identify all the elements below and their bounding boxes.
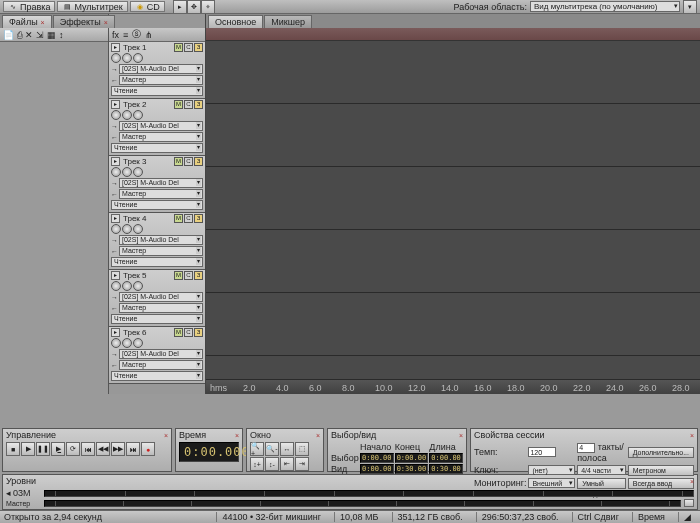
- status-time-mode[interactable]: Время: [632, 512, 670, 522]
- arm-button[interactable]: З: [194, 43, 203, 52]
- stop-button[interactable]: ■: [6, 442, 20, 456]
- solo-button[interactable]: C: [184, 43, 193, 52]
- play-loop-button[interactable]: ▶̲: [51, 442, 65, 456]
- output-select[interactable]: Мастер: [119, 75, 203, 85]
- track-name[interactable]: Трек 1: [121, 43, 173, 52]
- solo-button[interactable]: C: [184, 328, 193, 337]
- output-select[interactable]: Мастер: [119, 189, 203, 199]
- close-icon[interactable]: ×: [104, 19, 108, 26]
- pan-knob[interactable]: [122, 224, 132, 234]
- volume-knob[interactable]: [111, 167, 121, 177]
- hybrid-tool-button[interactable]: ⌖: [201, 0, 215, 14]
- loop-button[interactable]: ⟳: [66, 442, 80, 456]
- time-display[interactable]: 0:00.000: [179, 442, 239, 462]
- automation-icon[interactable]: ⋔: [145, 30, 153, 40]
- arm-button[interactable]: З: [194, 328, 203, 337]
- key-combo[interactable]: (нет): [528, 465, 575, 475]
- automation-mode-select[interactable]: Чтение: [111, 143, 203, 153]
- monitor-combo[interactable]: Внешний: [528, 478, 575, 488]
- mute-button[interactable]: M: [174, 328, 183, 337]
- go-end-button[interactable]: ⏭: [126, 442, 140, 456]
- sel-start-input[interactable]: [360, 453, 394, 463]
- automation-mode-select[interactable]: Чтение: [111, 257, 203, 267]
- pan-knob[interactable]: [122, 167, 132, 177]
- track-name[interactable]: Трек 5: [121, 271, 173, 280]
- pan-knob[interactable]: [122, 110, 132, 120]
- track-name[interactable]: Трек 4: [121, 214, 173, 223]
- folder-icon[interactable]: ⎙: [17, 30, 22, 40]
- timeline-lane[interactable]: [206, 104, 700, 167]
- fx-icon[interactable]: fx: [112, 30, 119, 40]
- close-icon[interactable]: ×: [316, 432, 320, 439]
- insert-icon[interactable]: ⇲: [36, 30, 44, 40]
- gain-knob[interactable]: [133, 338, 143, 348]
- gain-knob[interactable]: [133, 167, 143, 177]
- input-select[interactable]: [02S] M-Audio Del: [119, 235, 203, 245]
- sel-len-input[interactable]: [429, 453, 463, 463]
- eq-icon[interactable]: ≡: [123, 30, 128, 40]
- gain-knob[interactable]: [133, 53, 143, 63]
- always-input-button[interactable]: Всегда ввод: [628, 478, 694, 489]
- close-icon[interactable]: ×: [164, 432, 168, 439]
- go-start-button[interactable]: ⏮: [81, 442, 95, 456]
- view-icon[interactable]: ▦: [47, 30, 56, 40]
- gain-knob[interactable]: [133, 110, 143, 120]
- mute-button[interactable]: M: [174, 271, 183, 280]
- volume-knob[interactable]: [111, 338, 121, 348]
- input-select[interactable]: [02S] M-Audio Del: [119, 178, 203, 188]
- zoom-full-button[interactable]: ↔: [280, 442, 294, 456]
- mute-button[interactable]: M: [174, 214, 183, 223]
- advanced-button[interactable]: Дополнительно...: [628, 447, 694, 458]
- solo-button[interactable]: C: [184, 100, 193, 109]
- expand-icon[interactable]: ◂: [6, 488, 11, 498]
- expand-icon[interactable]: ▸: [111, 214, 120, 223]
- zoom-sel-button[interactable]: ⬚: [295, 442, 309, 456]
- zoom-out-v-button[interactable]: ↕-: [265, 457, 279, 471]
- pan-knob[interactable]: [122, 281, 132, 291]
- output-select[interactable]: Мастер: [119, 132, 203, 142]
- input-select[interactable]: [02S] M-Audio Del: [119, 349, 203, 359]
- close-icon[interactable]: ×: [459, 432, 463, 439]
- pan-knob[interactable]: [122, 338, 132, 348]
- tab-main-view[interactable]: Основное: [208, 15, 263, 28]
- automation-mode-select[interactable]: Чтение: [111, 86, 203, 96]
- track-name[interactable]: Трек 3: [121, 157, 173, 166]
- zoom-in-v-button[interactable]: ↕+: [250, 457, 264, 471]
- view-end-input[interactable]: [395, 464, 429, 474]
- arm-button[interactable]: З: [194, 271, 203, 280]
- gain-knob[interactable]: [133, 281, 143, 291]
- cd-mode-button[interactable]: ◉CD: [130, 1, 165, 12]
- pan-knob[interactable]: [122, 53, 132, 63]
- rewind-button[interactable]: ◀◀: [96, 442, 110, 456]
- arm-button[interactable]: З: [194, 157, 203, 166]
- automation-mode-select[interactable]: Чтение: [111, 200, 203, 210]
- track-name[interactable]: Трек 6: [121, 328, 173, 337]
- play-button[interactable]: ▶: [21, 442, 35, 456]
- volume-knob[interactable]: [111, 110, 121, 120]
- output-select[interactable]: Мастер: [119, 360, 203, 370]
- close-icon[interactable]: ×: [41, 19, 45, 26]
- multitrack-mode-button[interactable]: ▤Мультитрек: [57, 1, 127, 12]
- timeline-lane[interactable]: [206, 356, 700, 380]
- expand-icon[interactable]: ▸: [111, 328, 120, 337]
- close-icon[interactable]: ×: [235, 432, 239, 439]
- forward-button[interactable]: ▶▶: [111, 442, 125, 456]
- expand-icon[interactable]: ▸: [111, 157, 120, 166]
- zoom-in-h-button[interactable]: 🔍+: [250, 442, 264, 456]
- record-button[interactable]: ●: [141, 442, 155, 456]
- solo-button[interactable]: C: [184, 157, 193, 166]
- meter-master[interactable]: [44, 500, 681, 507]
- send-icon[interactable]: ⓢ: [132, 28, 141, 41]
- volume-knob[interactable]: [111, 224, 121, 234]
- meter-combo[interactable]: 4/4 части: [577, 465, 626, 475]
- tempo-input[interactable]: [528, 447, 556, 457]
- automation-mode-select[interactable]: Чтение: [111, 314, 203, 324]
- move-tool-button[interactable]: ✥: [187, 0, 201, 14]
- sel-end-input[interactable]: [395, 453, 429, 463]
- arm-button[interactable]: З: [194, 100, 203, 109]
- close-file-icon[interactable]: ✕: [25, 30, 33, 40]
- timeline-lane[interactable]: [206, 230, 700, 293]
- timeline-lane[interactable]: [206, 167, 700, 230]
- automation-mode-select[interactable]: Чтение: [111, 371, 203, 381]
- input-select[interactable]: [02S] M-Audio Del: [119, 64, 203, 74]
